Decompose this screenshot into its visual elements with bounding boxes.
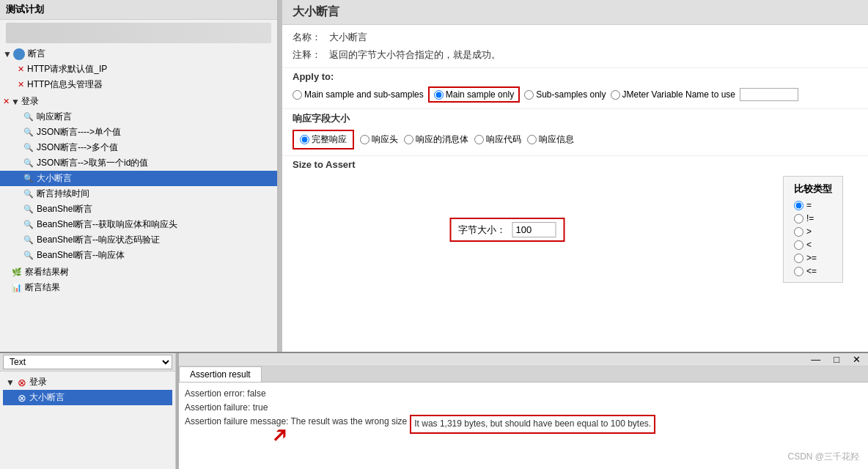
radio-full-response-input[interactable] bbox=[300, 135, 309, 144]
text-dropdown[interactable]: Text RegExp Tester JSON Path Tester bbox=[3, 355, 172, 369]
arrow-icon: ▼ bbox=[3, 49, 12, 59]
tree-json-first-label: JSON断言-->取第一个id的值 bbox=[37, 157, 148, 169]
compare-lte-input[interactable] bbox=[794, 267, 803, 276]
tree-http-header[interactable]: ✕ HTTP信息头管理器 bbox=[0, 77, 277, 92]
compare-lt-label: < bbox=[806, 240, 812, 250]
assertion-result-tab[interactable]: Assertion result bbox=[179, 366, 262, 382]
compare-neq-label: != bbox=[806, 213, 814, 224]
bottom-tree-login[interactable]: ▼ ⊗ 登录 bbox=[3, 374, 172, 390]
size-assert-section: Size to Assert 字节大小： 比较类型 = bbox=[282, 155, 868, 255]
apply-to-section: Apply to: Main sample and sub-samples Ma… bbox=[282, 67, 868, 108]
compare-gt[interactable]: > bbox=[794, 226, 832, 237]
search-icon4: 🔍 bbox=[23, 158, 34, 168]
bottom-tabs: Assertion result bbox=[179, 366, 868, 383]
tree-http-defaults[interactable]: ✕ HTTP请求默认值_IP bbox=[0, 62, 277, 77]
compare-eq-input[interactable] bbox=[794, 201, 803, 210]
tree-view-results[interactable]: 🌿 察看结果树 bbox=[0, 265, 277, 280]
minimize-button[interactable]: — bbox=[806, 354, 825, 365]
tree-assertions-header[interactable]: ▼ 断言 bbox=[0, 46, 277, 62]
response-field-label: 响应字段大小 bbox=[293, 112, 858, 125]
assertion-failure-line: Assertion failure: true bbox=[185, 401, 862, 415]
bottom-tree-size-assert[interactable]: ⊗ 大小断言 bbox=[3, 390, 172, 405]
radio-main-only[interactable]: Main sample only bbox=[428, 86, 520, 103]
radio-main-and-sub-label: Main sample and sub-samples bbox=[304, 89, 424, 100]
radio-main-only-input[interactable] bbox=[434, 90, 444, 100]
radio-sub-only-label: Sub-samples only bbox=[536, 89, 606, 100]
compare-lt-input[interactable] bbox=[794, 240, 803, 250]
radio-jmeter-var[interactable]: JMeter Variable Name to use bbox=[611, 89, 736, 100]
compare-eq[interactable]: = bbox=[794, 200, 832, 210]
radio-response-header[interactable]: 响应头 bbox=[360, 133, 398, 146]
tree-beanshell-status[interactable]: 🔍 BeanShel断言--响应状态码验证 bbox=[0, 232, 277, 248]
compare-neq[interactable]: != bbox=[794, 213, 832, 224]
compare-lt[interactable]: < bbox=[794, 240, 832, 250]
compare-gte-input[interactable] bbox=[794, 254, 803, 263]
bottom-left: Text RegExp Tester JSON Path Tester ▼ ⊗ … bbox=[0, 353, 176, 469]
radio-jmeter-var-input[interactable] bbox=[611, 90, 620, 100]
bottom-area: Text RegExp Tester JSON Path Tester ▼ ⊗ … bbox=[0, 352, 868, 469]
radio-response-body-label: 响应的消息体 bbox=[416, 133, 468, 146]
assertion-message-prefix: Assertion failure message: The result wa… bbox=[185, 415, 407, 429]
search-icon10: 🔍 bbox=[23, 251, 34, 260]
radio-sub-only-input[interactable] bbox=[524, 90, 534, 100]
arrow-icon2: ▼ bbox=[11, 97, 20, 107]
search-icon3: 🔍 bbox=[23, 143, 34, 152]
maximize-button[interactable]: □ bbox=[829, 354, 844, 365]
radio-full-response-label: 完整响应 bbox=[312, 133, 347, 146]
apply-to-options: Main sample and sub-samples Main sample … bbox=[293, 86, 858, 103]
bottom-toolbar: Text RegExp Tester JSON Path Tester bbox=[0, 353, 175, 372]
tree-http-header-label: HTTP信息头管理器 bbox=[27, 78, 103, 91]
name-row: 名称： 大小断言 bbox=[282, 25, 868, 47]
tree-json-first[interactable]: 🔍 JSON断言-->取第一个id的值 bbox=[0, 155, 277, 171]
radio-response-code[interactable]: 响应代码 bbox=[474, 133, 521, 146]
tree-beanshell[interactable]: 🔍 BeanShel断言 bbox=[0, 202, 277, 217]
tree-json-multi-label: JSON断言--->多个值 bbox=[37, 141, 118, 154]
radio-response-body-input[interactable] bbox=[404, 135, 413, 144]
radio-sub-only[interactable]: Sub-samples only bbox=[524, 89, 606, 100]
tree-size-assert[interactable]: 🔍 大小断言 bbox=[0, 171, 277, 186]
radio-main-and-sub-input[interactable] bbox=[293, 90, 302, 100]
radio-response-code-input[interactable] bbox=[474, 135, 484, 144]
tree-login-label: 登录 bbox=[21, 95, 39, 108]
bottom-tree-login-label: 登录 bbox=[29, 376, 47, 388]
radio-full-response[interactable]: 完整响应 bbox=[293, 130, 354, 149]
radio-response-msg-input[interactable] bbox=[527, 135, 537, 144]
close-button[interactable]: ✕ bbox=[848, 354, 865, 365]
tree-duration[interactable]: 🔍 断言持续时间 bbox=[0, 186, 277, 202]
search-icon2: 🔍 bbox=[23, 128, 34, 137]
name-value: 大小断言 bbox=[329, 31, 367, 44]
radio-main-only-label: Main sample only bbox=[446, 89, 514, 100]
compare-neq-input[interactable] bbox=[794, 214, 803, 224]
jmeter-var-input[interactable] bbox=[740, 88, 798, 101]
tree-json-multi[interactable]: 🔍 JSON断言--->多个值 bbox=[0, 140, 277, 155]
search-icon6: 🔍 bbox=[23, 189, 34, 199]
search-icon8: 🔍 bbox=[23, 220, 34, 229]
compare-gt-input[interactable] bbox=[794, 227, 803, 237]
chart-icon: 📊 bbox=[12, 283, 22, 292]
tree-beanshell-get[interactable]: 🔍 BeanShel断言--获取响应体和响应头 bbox=[0, 217, 277, 232]
radio-response-code-label: 响应代码 bbox=[486, 133, 521, 146]
compare-gte[interactable]: >= bbox=[794, 253, 832, 263]
size-assert-label: Size to Assert bbox=[293, 159, 858, 170]
leaf-icon: 🌿 bbox=[12, 267, 22, 277]
tree-assert-results[interactable]: 📊 断言结果 bbox=[0, 280, 277, 295]
blurred-content bbox=[6, 23, 271, 43]
tree-json-single[interactable]: 🔍 JSON断言---->单个值 bbox=[0, 125, 277, 140]
top-area: 测试计划 ▼ 断言 ✕ HTTP请求默认值_IP ✕ HTTP信息头管理器 bbox=[0, 0, 868, 352]
tree-json-single-label: JSON断言---->单个值 bbox=[37, 126, 121, 139]
radio-response-header-input[interactable] bbox=[360, 135, 369, 144]
byte-size-input[interactable] bbox=[512, 222, 556, 237]
compare-lte-label: <= bbox=[806, 266, 817, 276]
tree-response-assert[interactable]: 🔍 响应断言 bbox=[0, 109, 277, 125]
assertion-message-highlight: It was 1,319 bytes, but should have been… bbox=[410, 415, 655, 433]
x-icon3: ✕ bbox=[3, 97, 10, 106]
tree-beanshell-body[interactable]: 🔍 BeanShel断言--响应体 bbox=[0, 248, 277, 263]
assert-icon bbox=[13, 48, 25, 60]
tree-login-header[interactable]: ✕ ▼ 登录 bbox=[0, 94, 277, 109]
radio-response-body[interactable]: 响应的消息体 bbox=[404, 133, 468, 146]
compare-lte[interactable]: <= bbox=[794, 266, 832, 276]
comment-value: 返回的字节大小符合指定的，就是成功。 bbox=[329, 48, 501, 62]
radio-response-msg[interactable]: 响应信息 bbox=[527, 133, 574, 146]
tree-beanshell-status-label: BeanShel断言--响应状态码验证 bbox=[37, 234, 160, 246]
radio-main-and-sub[interactable]: Main sample and sub-samples bbox=[293, 89, 424, 100]
